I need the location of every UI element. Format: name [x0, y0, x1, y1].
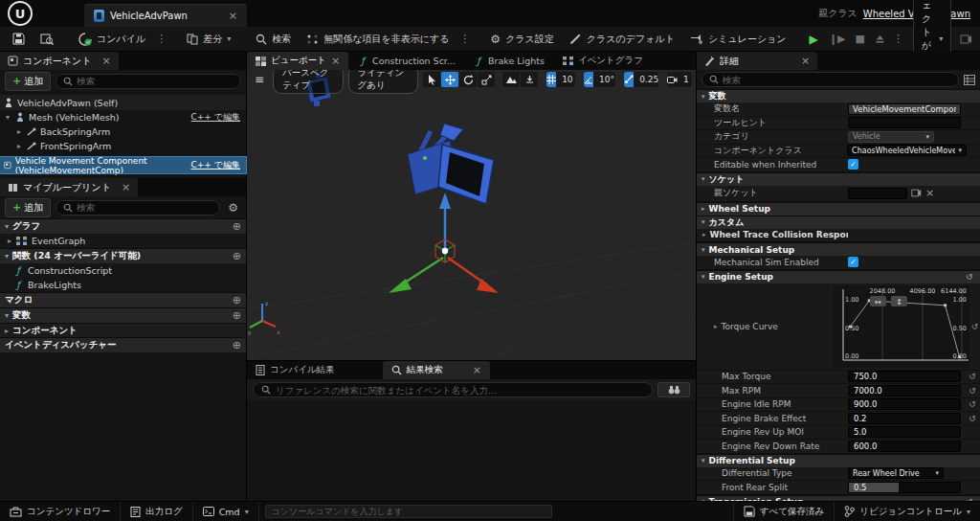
clear-socket-icon[interactable]: × [925, 187, 934, 199]
parent-socket-input[interactable] [848, 188, 907, 199]
reset-icon[interactable]: ↺ [969, 322, 980, 331]
engine-idle-rpm-input[interactable]: 900.0 [848, 398, 961, 410]
section-custom[interactable]: ▾ カスタム [697, 215, 980, 229]
components-search-input[interactable] [77, 76, 234, 86]
surface-snap-button[interactable] [521, 72, 538, 87]
section-engine-setup[interactable]: ▾ Engine Setup ↺ [697, 270, 980, 283]
close-icon[interactable]: × [122, 181, 130, 193]
tree-row-mesh[interactable]: ▾ Mesh (VehicleMesh) C++ で編集 [0, 110, 246, 125]
find-results-search[interactable] [253, 382, 653, 397]
details-search-input[interactable] [723, 75, 951, 85]
tooltip-input[interactable] [848, 117, 961, 128]
scale-snap-control[interactable]: 0.25 [624, 72, 658, 87]
hide-unrelated-button[interactable]: 無関係な項目を非表示にする [300, 30, 456, 49]
class-defaults-button[interactable]: クラスのデフォルト [563, 30, 681, 49]
vehicle-mesh-part[interactable] [408, 124, 494, 204]
diff-button[interactable]: 差分▾ [180, 30, 237, 49]
frame-skip-button[interactable]: ❙▶ [825, 31, 850, 47]
add-component-button[interactable]: + 追加 [5, 72, 51, 91]
differential-type-dropdown[interactable]: Rear Wheel Drive ▾ [848, 467, 944, 479]
collapse-arrow-icon[interactable]: ▸ [8, 237, 11, 245]
collapse-arrow-icon[interactable]: ▸ [714, 323, 718, 330]
tab-viewport[interactable]: ビューポート × [247, 52, 348, 70]
tab-details[interactable]: 詳細 × [697, 52, 817, 70]
tab-find-results[interactable]: 結果検索 × [383, 361, 490, 379]
reset-icon[interactable]: ↺ [967, 386, 978, 396]
section-functions[interactable]: ▾ 関数 (24 オーバーライド可能) ⊕ [0, 248, 246, 263]
close-icon[interactable]: × [473, 364, 481, 376]
reset-icon[interactable]: ↺ [967, 414, 978, 423]
hide-unrelated-kebab[interactable]: ⋮ [457, 33, 472, 45]
curve-fit-horizontal-button[interactable]: ↔ [870, 296, 886, 306]
tree-row-pawn[interactable]: VehicleAdvPawn (Self) [0, 95, 246, 110]
add-dispatcher-icon[interactable]: ⊕ [233, 339, 241, 351]
add-variable-icon[interactable]: ⊕ [233, 309, 241, 322]
add-blueprint-item-button[interactable]: + 追加 [5, 198, 51, 217]
collapse-arrow-icon[interactable]: ▸ [15, 142, 23, 150]
save-button[interactable] [6, 30, 32, 48]
cpp-edit-link[interactable]: C++ で編集 [191, 111, 242, 124]
tab-components[interactable]: コンポーネント × [0, 52, 119, 70]
add-graph-icon[interactable]: ⊕ [233, 220, 241, 233]
tab-construction-script[interactable]: ƒ Construction Scr... [349, 52, 464, 70]
find-results-input[interactable] [276, 385, 644, 396]
socket-browse-icon[interactable] [911, 188, 922, 198]
global-find-button[interactable] [657, 382, 690, 397]
debug-world-button[interactable] [953, 31, 979, 48]
angle-snap-control[interactable]: 10° [584, 72, 615, 87]
tab-my-blueprint[interactable]: マイブループリント × [0, 178, 138, 196]
section-socket[interactable]: ▾ ソケット [697, 172, 980, 186]
editable-checkbox[interactable] [848, 159, 858, 170]
item-brakelights[interactable]: ƒ BrakeLights [0, 278, 246, 292]
perspective-button[interactable]: パースペクティブ [273, 70, 343, 94]
engine-brake-effect-input[interactable]: 0.2 [848, 413, 961, 424]
viewport-3d[interactable]: z y x ≡ パースペクティブ ライティングあり [247, 70, 696, 360]
max-torque-input[interactable]: 750.0 [848, 371, 961, 382]
front-rear-split-input[interactable]: 0.5 [848, 482, 961, 493]
close-icon[interactable]: × [101, 55, 110, 67]
engine-rev-down-rate-input[interactable]: 600.0 [848, 441, 961, 452]
row-wheel-trace[interactable]: ▸ Wheel Trace Collision Responses [697, 229, 980, 243]
display-filter-icon[interactable] [964, 75, 975, 85]
rotate-tool-button[interactable] [459, 72, 477, 87]
content-drawer-button[interactable]: コンテンツドロワー [0, 502, 121, 521]
stop-button[interactable]: ■ [852, 31, 869, 47]
collapse-arrow-icon[interactable]: ▸ [15, 127, 23, 136]
add-function-icon[interactable]: ⊕ [233, 250, 241, 262]
camera-speed-control[interactable]: 1 [667, 72, 692, 87]
engine-rev-up-moi-input[interactable]: 5.0 [848, 426, 961, 438]
mechanical-sim-checkbox[interactable] [848, 257, 858, 267]
expand-arrow-icon[interactable]: ▾ [4, 113, 11, 122]
close-icon[interactable]: × [229, 10, 237, 22]
tab-compile-results[interactable]: コンパイル結果 [247, 361, 344, 379]
scale-tool-button[interactable] [478, 72, 495, 87]
class-settings-button[interactable]: ⚙ クラス設定 [483, 30, 560, 49]
tree-row-vehicle-movement[interactable]: Vehicle Movement Component (VehicleMovem… [0, 157, 246, 173]
revision-control-button[interactable]: リビジョンコントロール ▾ [834, 502, 980, 521]
myblueprint-search[interactable] [56, 200, 220, 215]
details-search[interactable] [702, 72, 959, 87]
max-rpm-input[interactable]: 7000.0 [848, 385, 961, 396]
tree-row-backspringarm[interactable]: ▸ BackSpringArm [0, 125, 246, 139]
viewport-menu-icon[interactable]: ≡ [251, 73, 268, 86]
section-variables[interactable]: ▾ 変数 ⊕ [0, 307, 246, 323]
play-options-kebab[interactable]: ⋮ [891, 33, 905, 45]
lit-mode-button[interactable]: ライティングあり [348, 70, 419, 94]
reset-icon[interactable]: ↺ [967, 399, 978, 409]
section-mechanical-setup[interactable]: ▾ Mechanical Setup [697, 242, 980, 256]
close-icon[interactable]: × [331, 55, 340, 67]
components-search[interactable] [56, 74, 241, 89]
world-space-button[interactable] [502, 72, 520, 87]
category-dropdown[interactable]: Vehicle ▾ [848, 131, 934, 143]
grid-snap-control[interactable]: 10 [546, 72, 575, 87]
move-tool-button[interactable] [441, 72, 458, 87]
asset-tab[interactable]: VehicleAdvPawn × [84, 4, 247, 27]
compile-button[interactable]: コンパイル [72, 30, 152, 49]
unreal-logo-icon[interactable]: U [8, 1, 33, 26]
reset-icon[interactable]: ↺ [967, 372, 978, 381]
tab-brake-lights[interactable]: ƒ Brake Lights [465, 52, 553, 70]
item-eventgraph[interactable]: ▸ EventGraph [0, 234, 246, 248]
console-command-input[interactable] [272, 507, 546, 516]
close-icon[interactable]: × [801, 55, 810, 67]
variable-name-input[interactable] [848, 103, 961, 115]
